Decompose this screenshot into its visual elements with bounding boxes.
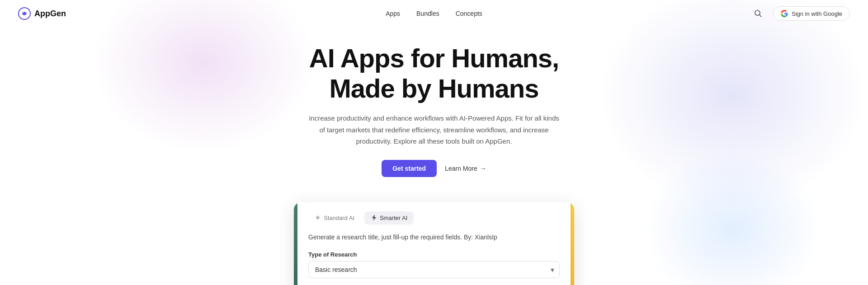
card-description: Generate a research title, just fill-up … — [308, 233, 560, 242]
google-icon — [781, 10, 788, 17]
learn-more-button[interactable]: Learn More → — [445, 165, 486, 172]
sign-in-button[interactable]: Sign in with Google — [773, 6, 850, 21]
card-tabs: Standard AI Smarter AI — [308, 211, 560, 224]
search-button[interactable] — [752, 8, 764, 19]
hero-buttons: Get started Learn More → — [9, 160, 859, 177]
logo[interactable]: AppGen — [18, 7, 66, 20]
type-of-research-select[interactable]: Basic research Applied research Explorat… — [308, 261, 560, 278]
hero-section: AI Apps for Humans, Made by Humans Incre… — [0, 27, 868, 202]
nav-right: Sign in with Google — [752, 6, 850, 21]
app-card: Standard AI Smarter AI Generate a resear… — [294, 202, 574, 285]
type-of-research-group: Type of Research Basic research Applied … — [308, 251, 560, 278]
logo-icon — [18, 7, 31, 20]
nav-links: Apps Bundles Concepts — [386, 10, 482, 17]
tab-standard-ai[interactable]: Standard AI — [308, 211, 361, 224]
navbar: AppGen Apps Bundles Concepts Sign in wit… — [0, 0, 868, 27]
logo-text: AppGen — [34, 9, 66, 19]
hero-subtitle: Increase productivity and enhance workfl… — [307, 112, 561, 147]
arrow-right-icon: → — [480, 165, 486, 172]
app-card-container: Standard AI Smarter AI Generate a resear… — [0, 202, 868, 285]
tab-smarter-ai[interactable]: Smarter AI — [364, 211, 414, 224]
type-of-research-select-wrapper: Basic research Applied research Explorat… — [308, 261, 560, 278]
card-side-left — [294, 202, 297, 285]
type-of-research-label: Type of Research — [308, 251, 560, 258]
hero-title: AI Apps for Humans, Made by Humans — [9, 43, 859, 103]
card-main: Standard AI Smarter AI Generate a resear… — [297, 202, 571, 285]
nav-link-bundles[interactable]: Bundles — [416, 10, 439, 17]
get-started-button[interactable]: Get started — [382, 160, 437, 177]
nav-link-apps[interactable]: Apps — [386, 10, 400, 17]
svg-point-1 — [23, 12, 26, 15]
bolt-icon — [371, 215, 377, 221]
search-icon — [754, 9, 762, 18]
sign-in-label: Sign in with Google — [792, 10, 842, 17]
nav-link-concepts[interactable]: Concepts — [456, 10, 482, 17]
card-side-right — [571, 202, 574, 285]
svg-line-3 — [759, 15, 761, 17]
star-icon — [315, 215, 321, 221]
